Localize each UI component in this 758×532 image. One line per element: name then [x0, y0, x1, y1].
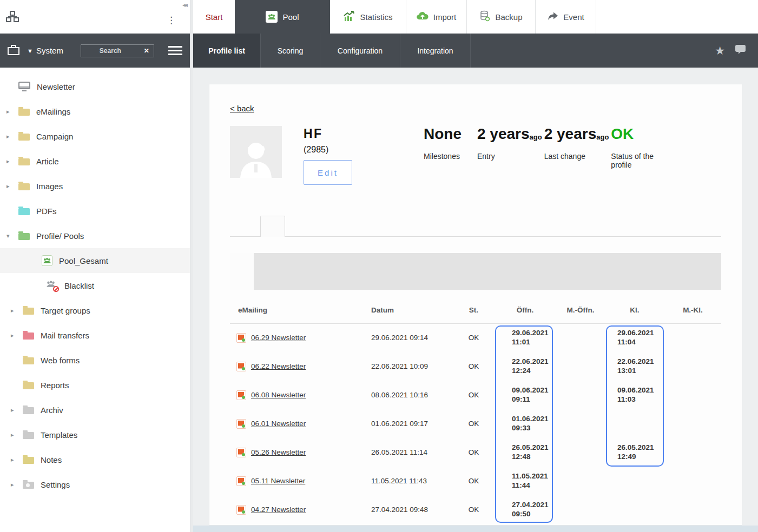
tab-integration[interactable]: Integration — [400, 34, 471, 68]
tree-caret-icon[interactable]: ▸ — [11, 456, 23, 463]
stat-value: OK — [611, 125, 662, 143]
click-cell: 29.06.2021 11:04 — [605, 323, 664, 352]
col-emailing: eMailing — [230, 297, 363, 323]
tab-backup-label: Backup — [495, 12, 522, 22]
chevron-down-icon[interactable]: ▼ — [27, 48, 33, 54]
emailing-link[interactable]: 06.29 Newsletter — [251, 334, 306, 342]
tree-caret-icon[interactable]: ▸ — [11, 481, 23, 488]
search-input[interactable] — [81, 47, 140, 55]
tree-item[interactable]: ▾ Profile/ Pools — [0, 223, 190, 248]
tab-pool-label: Pool — [282, 12, 299, 22]
m-click-cell — [664, 381, 721, 409]
tab-scoring-nav[interactable]: Scoring — [261, 34, 320, 68]
more-options-icon[interactable]: ⋮ — [167, 18, 176, 22]
primary-nav: Start Pool Stati — [193, 0, 758, 34]
briefcase-icon[interactable] — [8, 44, 19, 57]
sidebar-collapse-icon[interactable]: ◂◂ — [182, 1, 187, 9]
tree-item[interactable]: ▸ eMailings — [0, 99, 190, 124]
profile-id: (2985) — [304, 145, 352, 155]
folder-icon — [18, 158, 30, 165]
tree-item[interactable]: ▸ Settings — [0, 472, 190, 497]
share-arrow-icon — [547, 11, 558, 22]
favorite-star-icon[interactable]: ★ — [715, 44, 725, 57]
tree-item[interactable]: ▸ Target groups — [0, 298, 190, 323]
tab-backup[interactable]: Backup — [467, 0, 536, 34]
tree-item[interactable]: ▸ Notes — [0, 447, 190, 472]
tree-caret-icon[interactable]: ▸ — [11, 431, 23, 438]
profile-tab[interactable] — [245, 226, 260, 236]
tree-caret-icon[interactable]: ▾ — [6, 232, 18, 240]
history-subtab[interactable] — [254, 253, 297, 290]
table-row: 06.08 Newsletter 08.06.2021 10:16 OK 09.… — [230, 381, 721, 409]
tree-item[interactable]: Blacklist — [0, 273, 190, 298]
tree-item[interactable]: ▸ Article — [0, 149, 190, 174]
emailing-link[interactable]: 06.01 Newsletter — [251, 420, 306, 428]
open-cell: 22.06.2021 12:24 — [494, 352, 556, 381]
tree-caret-icon[interactable]: ▸ — [6, 158, 18, 165]
tree-caret-icon[interactable]: ▸ — [6, 183, 18, 190]
tree-item-label: Pool_Gesamt — [59, 256, 108, 265]
tab-import[interactable]: Import — [406, 0, 467, 34]
emailing-link[interactable]: 04.27 Newsletter — [251, 506, 306, 514]
system-selector[interactable]: System — [36, 46, 63, 55]
edit-button[interactable]: Edit — [304, 160, 352, 185]
tab-statistics[interactable]: Statistics — [330, 0, 406, 34]
back-link[interactable]: < back — [230, 104, 254, 113]
emailing-link[interactable]: 06.22 Newsletter — [251, 362, 306, 370]
datum-cell: 01.06.2021 09:17 — [363, 409, 453, 438]
tab-configuration[interactable]: Configuration — [320, 34, 400, 68]
history-subtabs — [230, 253, 721, 290]
tree-item[interactable]: PDFs — [0, 198, 190, 223]
profile-tab[interactable] — [315, 226, 331, 236]
datum-cell: 26.05.2021 11:14 — [363, 438, 453, 467]
tree-item-label: Web forms — [41, 356, 80, 365]
tab-pool[interactable]: Pool — [235, 0, 330, 34]
history-subtab[interactable] — [230, 253, 254, 290]
tree-caret-icon[interactable]: ▸ — [6, 133, 18, 140]
tree-item[interactable]: Pool_Gesamt — [0, 248, 190, 273]
profile-tab[interactable] — [300, 226, 315, 236]
profile-name-block: HF (2985) Edit — [304, 127, 352, 185]
tree-caret-icon[interactable]: ▸ — [11, 307, 23, 314]
status-cell: OK — [453, 438, 494, 467]
col-oeffn: Öffn. — [494, 297, 556, 323]
secondary-nav: Profile list Scoring Configuration Integ… — [193, 34, 758, 68]
open-cell: 11.05.2021 11:44 — [494, 467, 556, 495]
history-section: eMailing Datum St. Öffn. M.-Öffn. Kl. M.… — [230, 206, 721, 524]
profile-tab[interactable] — [285, 226, 300, 236]
emailing-link[interactable]: 05.26 Newsletter — [251, 448, 306, 456]
tree-caret-icon[interactable]: ▸ — [6, 108, 18, 115]
tree-item[interactable]: Web forms — [0, 348, 190, 373]
m-click-cell — [664, 438, 721, 467]
avatar — [230, 126, 282, 178]
tree-item-label: Newsletter — [37, 82, 75, 91]
folder-icon — [23, 382, 34, 389]
tree-item[interactable]: ▸ Images — [0, 174, 190, 198]
comment-bubble-icon[interactable] — [735, 44, 746, 57]
profile-tab[interactable] — [260, 216, 285, 237]
tree-item[interactable]: ▸ Campaign — [0, 124, 190, 149]
tree-item[interactable]: ▸ Mail transfers — [0, 323, 190, 348]
nav-actions: ★ — [715, 34, 758, 68]
tab-profile-list[interactable]: Profile list — [193, 34, 261, 68]
tab-import-label: Import — [433, 12, 457, 22]
tree-item[interactable]: Newsletter — [0, 74, 190, 99]
menu-icon[interactable] — [168, 44, 182, 57]
tree-item[interactable]: ▸ Templates — [0, 422, 190, 447]
stat-value: 2 yearsago — [477, 125, 542, 143]
sidebar-header: ◂◂ ⋮ — [0, 0, 190, 34]
emailing-link[interactable]: 05.11 Newsletter — [251, 477, 305, 485]
tree-item[interactable]: ▸ Archiv — [0, 397, 190, 422]
tab-event[interactable]: Event — [536, 0, 596, 34]
tab-start[interactable]: Start — [193, 0, 235, 34]
emailing-link[interactable]: 06.08 Newsletter — [251, 391, 306, 399]
search-clear-icon[interactable]: ✕ — [140, 47, 154, 55]
tree-caret-icon[interactable]: ▸ — [11, 407, 23, 414]
status-cell: OK — [453, 495, 494, 524]
profile-tab[interactable] — [230, 226, 245, 236]
folder-icon — [23, 407, 34, 414]
tree-item[interactable]: Reports — [0, 373, 190, 397]
tree-caret-icon[interactable]: ▸ — [11, 332, 23, 339]
tree-item-label: Images — [36, 182, 63, 191]
tab-statistics-label: Statistics — [360, 12, 392, 22]
